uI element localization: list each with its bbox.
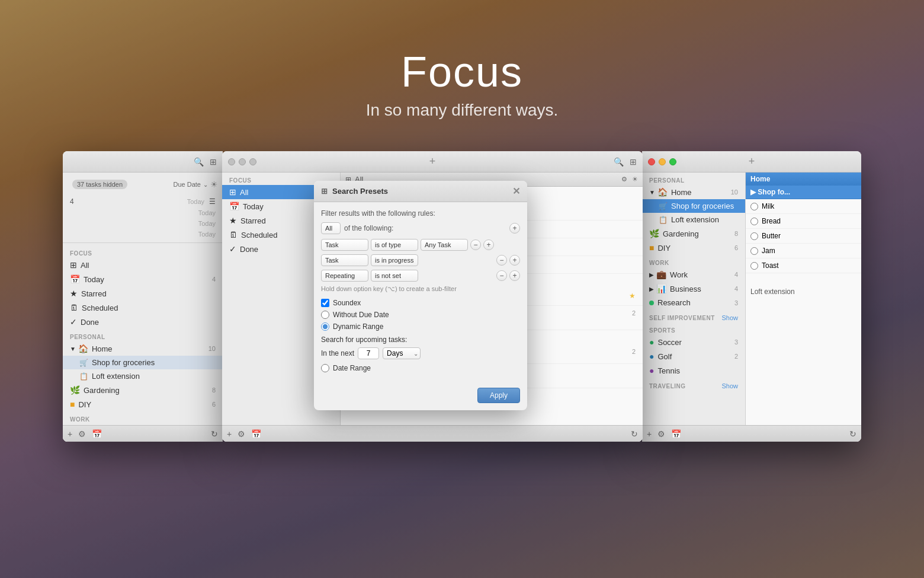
right-biz-chevron: ▶ [649, 286, 654, 292]
filter-hint: Hold down option key (⌥) to create a sub… [321, 285, 520, 293]
rule3-add[interactable]: + [509, 270, 520, 281]
rule1-add[interactable]: + [483, 239, 494, 250]
right-soccer[interactable]: ● Soccer 3 [642, 335, 745, 349]
right-content: PERSONAL ▼ 🏠 Home 10 🛒 Shop for grocerie… [642, 173, 861, 442]
right-milk[interactable]: Milk [746, 199, 861, 214]
layout-icon[interactable]: ⊞ [210, 157, 217, 167]
right-loft-section: Loft extension [746, 285, 861, 298]
calendar-toolbar-icon[interactable]: 📅 [92, 429, 102, 439]
mid-sync-icon[interactable]: ↻ [631, 429, 638, 439]
sidebar-item-done[interactable]: ✓ Done [63, 315, 223, 329]
filter-all-select[interactable]: All Any [321, 222, 341, 234]
right-tennis[interactable]: ● Tennis [642, 363, 745, 378]
apply-button[interactable]: Apply [477, 388, 520, 403]
in-next-label: In the next [321, 349, 354, 357]
sidebar-item-shop[interactable]: 🛒 Shop for groceries [63, 356, 223, 369]
right-add-icon[interactable]: + [647, 429, 652, 439]
mid-add-icon[interactable]: + [227, 429, 232, 439]
right-dot-red [648, 158, 655, 165]
sidebar-item-loft[interactable]: 📋 Loft extension [63, 369, 223, 383]
right-butter[interactable]: Butter [746, 229, 861, 244]
right-main: Home ▶ Shop fo... Milk Bread Butter [746, 173, 861, 442]
sidebar-item-gardening[interactable]: 🌿 Gardening 8 [63, 383, 223, 397]
right-plus-icon[interactable]: + [749, 155, 755, 168]
right-work-chevron: ▶ [649, 272, 654, 278]
diy-count: 6 [212, 401, 216, 408]
right-travel-show[interactable]: Show [721, 382, 738, 389]
right-work[interactable]: ▶ 💼 Work 4 [642, 267, 745, 282]
search-icon[interactable]: 🔍 [194, 157, 204, 167]
scheduled-label: Scheduled [82, 304, 118, 312]
mid-search-icon[interactable]: 🔍 [614, 157, 624, 167]
add-filter-btn[interactable]: + [509, 223, 520, 234]
right-research[interactable]: Research 3 [642, 296, 745, 309]
right-self-show[interactable]: Show [721, 314, 738, 321]
sync-icon[interactable]: ↻ [211, 429, 218, 439]
left-date-2: Today [198, 209, 216, 216]
right-sync-icon[interactable]: ↻ [849, 429, 856, 439]
jam-radio[interactable] [750, 247, 758, 255]
dialog-close-btn[interactable]: ✕ [512, 186, 520, 197]
days-select[interactable]: Days Weeks Months [383, 347, 421, 359]
rule1-remove[interactable]: − [470, 239, 481, 250]
rule2-condition[interactable]: is in progress [371, 254, 418, 266]
right-loft[interactable]: 📋 Loft extension [642, 213, 745, 226]
rule2-add[interactable]: + [509, 255, 520, 266]
mid-star-icon: ★ [229, 216, 237, 225]
sidebar-item-today[interactable]: 📅 Today 4 [63, 272, 223, 286]
rule1-field[interactable]: Task [321, 239, 368, 251]
filter-header: Filter results with the following rules: [321, 209, 520, 218]
sidebar-item-starred[interactable]: ★ Starred [63, 286, 223, 301]
mid-layout-icon[interactable]: ⊞ [630, 157, 637, 167]
rule3-remove[interactable]: − [496, 270, 507, 281]
left-date-1: Today [187, 198, 204, 205]
sidebar-item-scheduled[interactable]: 🗓 Scheduled [63, 301, 223, 315]
right-settings-icon[interactable]: ⚙ [657, 429, 665, 439]
butter-radio[interactable] [750, 232, 758, 240]
mid-settings-icon[interactable]: ⚙ [238, 429, 245, 439]
rule2-field[interactable]: Task [321, 254, 368, 266]
sidebar-item-diy[interactable]: ■ DIY 6 [63, 397, 223, 411]
without-due-date-radio[interactable] [321, 311, 329, 319]
mid-calendar-icon[interactable]: 📅 [251, 429, 261, 439]
bread-label: Bread [762, 217, 781, 225]
right-biz-icon: 📊 [656, 284, 666, 293]
mid-sort-icon[interactable]: ⚙ [621, 175, 627, 183]
rule3-condition[interactable]: is not set [371, 270, 418, 282]
rule3-field[interactable]: Repeating [321, 270, 368, 282]
rule2-remove[interactable]: − [496, 255, 507, 266]
sidebar-item-home[interactable]: ▼ 🏠 Home 10 [63, 341, 223, 356]
right-diy[interactable]: ■ DIY 6 [642, 241, 745, 255]
right-header-bar: Home [746, 173, 861, 186]
soundex-checkbox[interactable] [321, 299, 329, 307]
add-icon[interactable]: + [68, 429, 72, 439]
right-gardening[interactable]: 🌿 Gardening 8 [642, 226, 745, 241]
home-count: 10 [208, 345, 216, 352]
right-shop[interactable]: 🛒 Shop for groceries [642, 199, 745, 213]
bread-radio[interactable] [750, 218, 758, 225]
rule1-value[interactable]: Any Task [421, 239, 468, 251]
sun-icon[interactable]: ☀ [210, 180, 218, 189]
right-jam[interactable]: Jam [746, 244, 861, 258]
mid-sun-icon[interactable]: ☀ [632, 175, 638, 183]
date-range-radio[interactable] [321, 364, 329, 372]
right-work-icon: 💼 [656, 270, 666, 279]
dynamic-range-radio[interactable] [321, 322, 329, 331]
right-business[interactable]: ▶ 📊 Business 4 [642, 282, 745, 296]
right-toast[interactable]: Toast [746, 258, 861, 273]
milk-radio[interactable] [750, 203, 758, 210]
right-home[interactable]: ▼ 🏠 Home 10 [642, 185, 745, 199]
sidebar-item-all[interactable]: ⊞ All [63, 258, 223, 272]
focus-section-label: FOCUS [63, 245, 223, 258]
right-golf[interactable]: ● Golf 2 [642, 349, 745, 363]
in-next-input[interactable] [358, 347, 379, 359]
right-bread[interactable]: Bread [746, 214, 861, 229]
right-research-label: Research [657, 298, 691, 307]
mid-plus-icon[interactable]: + [429, 155, 436, 168]
right-toolbar-bottom: + ⚙ 📅 ↻ [642, 425, 861, 442]
right-calendar-icon[interactable]: 📅 [671, 429, 681, 439]
left-menu-icon[interactable]: ☰ [209, 197, 216, 206]
settings-icon[interactable]: ⚙ [78, 429, 86, 439]
toast-radio[interactable] [750, 262, 758, 270]
rule1-condition[interactable]: is of type [371, 239, 418, 251]
